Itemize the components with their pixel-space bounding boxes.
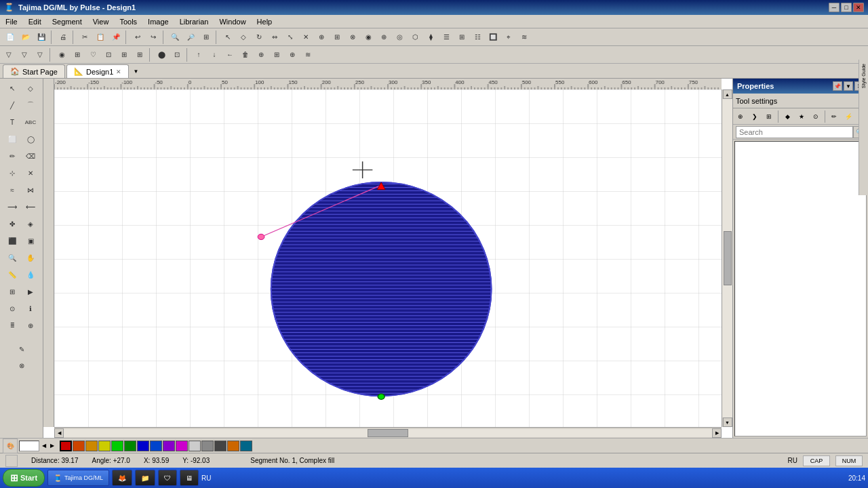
node-button[interactable]: ◇ (236, 30, 251, 45)
tool6[interactable]: ⊗ (345, 30, 360, 45)
menu-item-segment[interactable]: Segment (47, 15, 87, 28)
tab-close-button[interactable]: ✕ (116, 68, 121, 75)
arrow3-btn[interactable]: ← (222, 47, 237, 62)
color-swatch-8[interactable] (163, 441, 175, 451)
menu-item-window[interactable]: Window (214, 15, 251, 28)
vertical-scrollbar[interactable]: ▲ ▼ (722, 89, 732, 427)
page-prev-btn[interactable]: ◀ (41, 442, 47, 449)
tool5[interactable]: ⊞ (330, 30, 344, 45)
scroll-h-thumb[interactable] (368, 429, 408, 437)
draw-curve[interactable]: ⌒ (22, 97, 39, 113)
print-button[interactable]: 🖨 (56, 30, 71, 45)
color-swatch-0[interactable] (60, 441, 72, 451)
view1-btn[interactable]: ◉ (54, 47, 69, 62)
link-btn[interactable]: ⊕ (254, 47, 269, 62)
color-tool[interactable]: ✎ (4, 341, 39, 357)
color-swatch-5[interactable] (124, 441, 136, 451)
tool7[interactable]: ◉ (361, 30, 376, 45)
tool10[interactable]: ⬡ (408, 30, 422, 45)
new-button[interactable]: 📄 (3, 30, 18, 45)
scroll-right-btn[interactable]: ▶ (712, 428, 722, 438)
eraser-tool[interactable]: ⌫ (22, 148, 39, 164)
panel-dropdown-btn[interactable]: ▼ (844, 81, 853, 91)
draw-line[interactable]: ╱ (3, 97, 21, 113)
search-input[interactable] (736, 126, 853, 138)
extra-tool2[interactable]: ⊕ (22, 317, 39, 333)
canvas-icon[interactable]: 🎨 (3, 439, 18, 453)
color-swatch-11[interactable] (201, 441, 214, 451)
scroll-up-btn[interactable]: ▲ (723, 89, 732, 99)
tool9[interactable]: ◎ (392, 30, 407, 45)
taskbar-security-app[interactable]: 🛡 (158, 470, 177, 486)
tool3[interactable]: ✕ (298, 30, 313, 45)
menu-item-image[interactable]: Image (142, 15, 174, 28)
cross-stitch[interactable]: ✕ (22, 165, 39, 181)
view2-btn[interactable]: ⊞ (70, 47, 85, 62)
pt-btn-5[interactable]: ★ (795, 110, 808, 123)
cut-button[interactable]: ✂ (77, 30, 92, 45)
history-tool[interactable]: ⊙ (3, 300, 21, 317)
panel-pin-btn[interactable]: 📌 (833, 81, 842, 91)
arrow2-btn[interactable]: ↓ (207, 47, 222, 62)
satin-tool[interactable]: ≈ (3, 182, 21, 198)
color-swatch-12[interactable] (214, 441, 226, 451)
zoom-in-button[interactable]: 🔍 (167, 30, 182, 45)
zoom-out-button[interactable]: 🔎 (183, 30, 198, 45)
tb-extra1[interactable]: ⊞ (269, 47, 284, 62)
fill-tool[interactable]: ⬜ (3, 131, 21, 147)
canvas-content[interactable] (54, 89, 722, 427)
title-bar-controls[interactable]: ─ □ ✕ (829, 3, 864, 12)
horizontal-scrollbar[interactable]: ◀ ▶ (54, 427, 722, 438)
color-swatch-14[interactable] (240, 441, 252, 451)
filter-btn[interactable]: ▽ (1, 47, 16, 62)
color-swatch-9[interactable] (176, 441, 188, 451)
restore-button[interactable]: □ (841, 3, 852, 12)
measure-tool[interactable]: 📏 (3, 266, 21, 283)
menu-item-librarian[interactable]: Librarian (174, 15, 214, 28)
select-button[interactable]: ↖ (220, 30, 235, 45)
tool11[interactable]: ⧫ (423, 30, 438, 45)
motif-tool[interactable]: ✤ (3, 216, 21, 232)
start-button[interactable]: ⊞ Start (3, 469, 45, 487)
text-tool[interactable]: T (3, 114, 21, 130)
pt-btn-8[interactable]: ⚡ (842, 110, 855, 123)
scroll-down-btn[interactable]: ▼ (723, 418, 732, 427)
tool16[interactable]: ⌖ (501, 30, 516, 45)
complex-fill[interactable]: ⬛ (3, 232, 21, 249)
canvas-area[interactable]: ▲ ▼ ◀ ▶ (43, 79, 732, 438)
extra-tool1[interactable]: ≣ (3, 317, 21, 333)
scroll-h-track[interactable] (64, 429, 712, 437)
view3-btn[interactable]: ♡ (85, 47, 100, 62)
redo-button[interactable]: ↪ (146, 30, 161, 45)
menu-item-view[interactable]: View (87, 15, 115, 28)
pt-btn-1[interactable]: ⊕ (734, 110, 747, 123)
sequin-tool[interactable]: ◈ (22, 216, 39, 232)
simulate-tool[interactable]: ▶ (22, 283, 39, 300)
tool13[interactable]: ⊞ (454, 30, 469, 45)
tool14[interactable]: ☷ (470, 30, 485, 45)
filter2-btn[interactable]: ▽ (17, 47, 32, 62)
scroll-v-track[interactable] (722, 99, 732, 418)
tab-design1[interactable]: 📐 Design1 ✕ (66, 64, 129, 78)
back-run-tool[interactable]: ⟵ (22, 199, 39, 215)
pt-btn-4[interactable]: ◆ (781, 110, 794, 123)
color-swatch-7[interactable] (150, 441, 162, 451)
menu-item-edit[interactable]: Edit (23, 15, 47, 28)
scroll-v-thumb[interactable] (724, 231, 732, 285)
scroll-left-btn[interactable]: ◀ (54, 428, 64, 438)
undo-button[interactable]: ↩ (130, 30, 145, 45)
page-next-btn[interactable]: ▶ (49, 442, 56, 449)
pt-btn-3[interactable]: ⊞ (762, 110, 776, 123)
tool17[interactable]: ≋ (517, 30, 532, 45)
fill2-tool[interactable]: ▣ (22, 232, 39, 249)
scale-button[interactable]: ⤡ (283, 30, 298, 45)
color-pick[interactable]: 💧 (22, 266, 39, 283)
view6-btn[interactable]: ⊞ (132, 47, 147, 62)
color-swatch-1[interactable] (73, 441, 85, 451)
color-swatch-6[interactable] (137, 441, 149, 451)
view5-btn[interactable]: ⊞ (117, 47, 132, 62)
select-tool[interactable]: ↖ (3, 80, 21, 96)
tool8[interactable]: ⊕ (376, 30, 391, 45)
zoom-tool[interactable]: 🔍 (3, 249, 21, 266)
tool4[interactable]: ⊕ (314, 30, 329, 45)
